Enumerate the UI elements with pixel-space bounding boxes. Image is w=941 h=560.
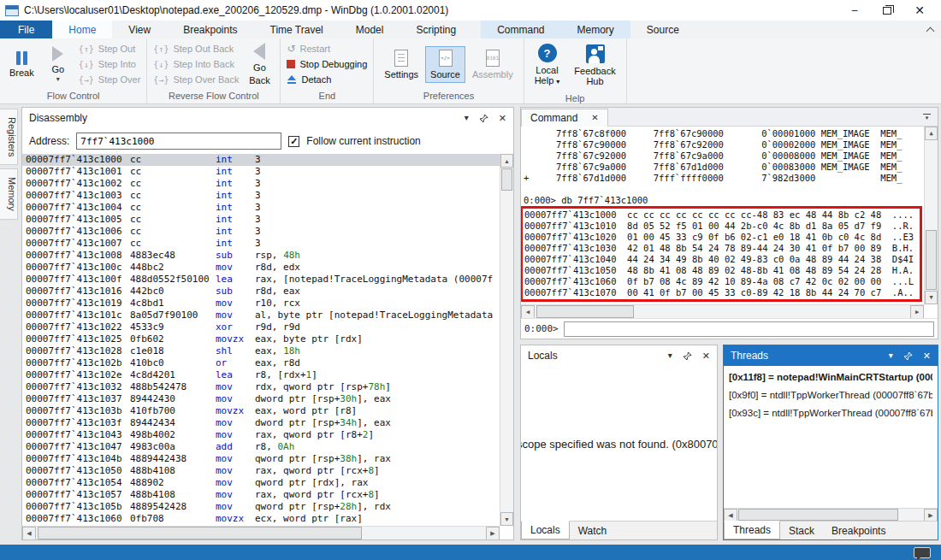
thread-item[interactable]: [0x11f8] = notepad!WinMainCRTStartup (00… [729, 368, 932, 386]
disasm-line[interactable]: 00007ff7`413c10600fb708movzxecx, word pt… [22, 513, 500, 525]
break-button[interactable]: Break [6, 50, 38, 80]
disasm-line[interactable]: 00007ff7`413c10084883ec48subrsp, 48h [22, 250, 500, 262]
disasm-line[interactable]: 00007ff7`413c102b410bc0oreax, r8d [22, 357, 500, 369]
local-help-button[interactable]: ? LocalHelp ▾ [530, 41, 565, 90]
command-tab[interactable]: Command ✕ [521, 109, 608, 127]
disasm-line[interactable]: 00007ff7`413c1005ccint3 [22, 214, 500, 226]
scroll-thumb[interactable] [738, 509, 898, 521]
side-tab-memory[interactable]: Memory [0, 168, 18, 220]
disasm-line[interactable]: 00007ff7`413c1016442bc0subr8d, eax [22, 286, 500, 298]
disasm-line[interactable]: 00007ff7`413c102e4c8d4201lear8, [rdx+1] [22, 369, 500, 381]
command-input[interactable] [564, 321, 934, 337]
disasm-line[interactable]: 00007ff7`413c1050488b4108movrax, qword p… [22, 465, 500, 477]
tab-home[interactable]: Home [52, 21, 112, 38]
tab-breakpoints[interactable]: Breakpoints [167, 21, 253, 38]
feedback-bubble-icon[interactable] [914, 547, 931, 558]
locals-dropdown-icon[interactable]: ▾ [668, 351, 672, 360]
tab-locals[interactable]: Locals [521, 521, 570, 539]
disasm-line[interactable]: 00007ff7`413c1057488b4108movrax, qword p… [22, 489, 500, 501]
threads-dropdown-icon[interactable]: ▾ [889, 351, 893, 360]
disasm-line[interactable]: 00007ff7`413c1043498b4002movrax, qword p… [22, 429, 500, 441]
disasm-line[interactable]: 00007ff7`413c1032488b542478movrdx, qword… [22, 381, 500, 393]
command-vscrollbar[interactable]: ▲ ▼ [924, 127, 938, 304]
disasm-line[interactable]: 00007ff7`413c105b4889542428movqword ptr … [22, 501, 500, 513]
disasm-line[interactable]: 00007ff7`413c1028c1e018shleax, 18h [22, 345, 500, 357]
scroll-thumb[interactable] [536, 305, 634, 318]
step-over-button[interactable]: {→}Step Over [79, 72, 141, 87]
tab-file[interactable]: File [0, 21, 52, 38]
command-menu-button[interactable]: ▾ [923, 114, 931, 121]
settings-button[interactable]: Settings [380, 47, 423, 82]
disasm-line[interactable]: 00007ff7`413c1001ccint3 [22, 166, 500, 178]
detach-button[interactable]: Detach [287, 72, 367, 87]
step-into-button[interactable]: {↓}Step Into [79, 56, 141, 72]
scroll-thumb[interactable] [926, 230, 937, 290]
disasm-line[interactable]: 00007ff7`413c10250fb602movzxeax, byte pt… [22, 333, 500, 345]
disasm-line[interactable]: 00007ff7`413c100c448bc2movr8d, edx [22, 262, 500, 274]
tab-watch[interactable]: Watch [570, 522, 616, 539]
minimize-button[interactable]: – [838, 0, 871, 21]
follow-current-instruction-checkbox[interactable]: ✓ [288, 136, 299, 147]
address-input[interactable] [76, 133, 281, 150]
scroll-right-icon[interactable]: ▶ [486, 527, 500, 539]
disassembly-hscrollbar[interactable]: ◀ ▶ [22, 526, 500, 539]
disasm-line[interactable]: 00007ff7`413c100f488d0552f50100learax, [… [22, 274, 500, 286]
tab-memory[interactable]: Memory [561, 21, 630, 38]
tab-breakpoints[interactable]: Breakpoints [823, 522, 894, 539]
go-button[interactable]: Go ▾ [44, 44, 73, 84]
pin-icon[interactable] [903, 351, 913, 361]
tab-model[interactable]: Model [340, 21, 400, 38]
disasm-line[interactable]: 00007ff7`413c1000ccint3 [22, 154, 500, 166]
locals-close-icon[interactable]: ✕ [702, 351, 710, 360]
threads-close-icon[interactable]: ✕ [923, 351, 931, 360]
tab-command[interactable]: Command [481, 21, 560, 38]
tab-threads[interactable]: Threads [724, 521, 780, 539]
command-hscrollbar[interactable]: ◀ ▶ [521, 304, 924, 318]
threads-hscrollbar[interactable]: ◀ ▶ [724, 508, 938, 521]
side-tab-registers[interactable]: Registers [0, 109, 18, 165]
scroll-up-icon[interactable]: ▲ [925, 127, 938, 140]
scroll-thumb[interactable] [501, 168, 512, 191]
scroll-left-icon[interactable]: ◀ [724, 509, 737, 521]
ribbon-collapse-button[interactable] [919, 21, 941, 38]
disasm-line[interactable]: 00007ff7`413c10194c8bd1movr10, rcx [22, 298, 500, 309]
scroll-right-icon[interactable]: ▶ [910, 305, 924, 318]
go-back-button[interactable]: Go Back [245, 41, 274, 87]
maximize-button[interactable] [871, 0, 903, 21]
disasm-line[interactable]: 00007ff7`413c1054488902movqword ptr [rdx… [22, 477, 500, 489]
disasm-line[interactable]: 00007ff7`413c10474983c00aaddr8, 0Ah [22, 441, 500, 453]
command-tab-close-icon[interactable]: ✕ [591, 113, 598, 122]
disasm-line[interactable]: 00007ff7`413c1002ccint3 [22, 178, 500, 190]
disasm-line[interactable]: 00007ff7`413c104b4889442438movqword ptr … [22, 453, 500, 465]
disassembly-close-icon[interactable]: ✕ [499, 114, 506, 122]
scroll-left-icon[interactable]: ◀ [521, 305, 535, 318]
step-into-back-button[interactable]: {↓}Step Into Back [153, 56, 239, 72]
scroll-up-icon[interactable]: ▲ [500, 154, 513, 168]
step-out-button[interactable]: {↑}Step Out [79, 41, 141, 56]
disasm-line[interactable]: 00007ff7`413c101c8a05d7f90100moval, byte… [22, 309, 500, 321]
step-out-back-button[interactable]: {↑}Step Out Back [153, 41, 239, 56]
scroll-thumb[interactable] [38, 527, 362, 539]
close-button[interactable]: ✕ [903, 0, 936, 21]
feedback-hub-button[interactable]: FeedbackHub [570, 42, 619, 89]
thread-item[interactable]: [0x9f0] = ntdll!TppWorkerThread (00007ff… [729, 386, 932, 404]
scroll-down-icon[interactable]: ▼ [925, 291, 938, 304]
scroll-down-icon[interactable]: ▼ [500, 512, 513, 526]
tab-view[interactable]: View [112, 21, 167, 38]
thread-item[interactable]: [0x93c] = ntdll!TppWorkerThread (00007ff… [729, 404, 932, 422]
disassembly-vscrollbar[interactable]: ▲ ▼ [500, 154, 513, 526]
pin-icon[interactable] [683, 351, 692, 361]
disasm-line[interactable]: 00007ff7`413c103b410fb700movzxeax, word … [22, 405, 500, 417]
disasm-line[interactable]: 00007ff7`413c1003ccint3 [22, 190, 500, 202]
stop-debugging-button[interactable]: Stop Debugging [287, 56, 367, 72]
scroll-left-icon[interactable]: ◀ [22, 527, 36, 539]
tab-source[interactable]: Source [630, 21, 695, 38]
disasm-line[interactable]: 00007ff7`413c103f89442434movdword ptr [r… [22, 417, 500, 429]
tab-stack[interactable]: Stack [780, 522, 823, 539]
disasm-line[interactable]: 00007ff7`413c103789442430movdword ptr [r… [22, 393, 500, 405]
disasm-line[interactable]: 00007ff7`413c1006ccint3 [22, 226, 500, 238]
restart-button[interactable]: ↺Restart [287, 41, 367, 56]
disassembly-dropdown-icon[interactable]: ▾ [465, 114, 469, 122]
assembly-button[interactable]: 0101 Assembly [468, 47, 518, 82]
tab-time-travel[interactable]: Time Travel [254, 21, 340, 38]
